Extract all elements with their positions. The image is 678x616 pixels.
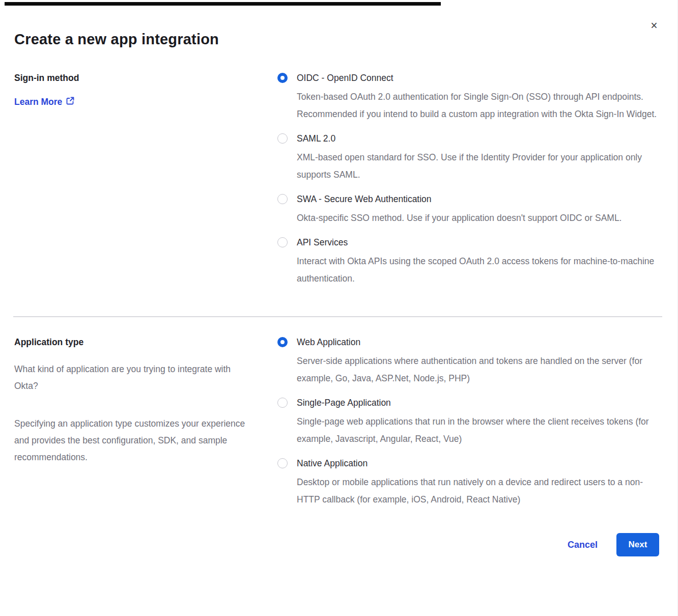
next-button[interactable]: Next <box>616 533 659 556</box>
external-link-icon <box>66 97 74 107</box>
application-type-note: Specifying an application type customize… <box>14 415 255 466</box>
radio-option-label: Single-Page Application <box>297 397 659 409</box>
radio-option[interactable]: Native Application Desktop or mobile app… <box>277 457 659 508</box>
application-type-left-column: Application type What kind of applicatio… <box>14 336 277 508</box>
sign-in-method-section: Sign-in method Learn More OIDC - OpenID … <box>0 72 677 287</box>
close-button[interactable]: × <box>647 18 661 33</box>
radio-icon[interactable] <box>277 133 288 144</box>
radio-option-description: Single-page web applications that run in… <box>297 413 659 447</box>
radio-icon[interactable] <box>277 337 288 347</box>
radio-option-description: Server-side applications where authentic… <box>297 352 659 387</box>
dialog-footer: Cancel Next <box>0 533 677 556</box>
radio-icon[interactable] <box>277 458 288 468</box>
radio-icon[interactable] <box>277 237 288 247</box>
radio-option-label: API Services <box>297 236 659 248</box>
application-type-section: Application type What kind of applicatio… <box>0 336 677 508</box>
radio-option-description: Interact with Okta APIs using the scoped… <box>297 253 659 287</box>
radio-option-description: Desktop or mobile applications that run … <box>297 473 659 508</box>
application-type-question: What kind of application are you trying … <box>14 361 255 395</box>
radio-option[interactable]: SAML 2.0 XML-based open standard for SSO… <box>277 132 659 183</box>
radio-option[interactable]: Single-Page Application Single-page web … <box>277 397 659 447</box>
radio-icon[interactable] <box>277 73 288 83</box>
radio-option-description: Token-based OAuth 2.0 authentication for… <box>297 88 659 123</box>
radio-option[interactable]: SWA - Secure Web Authentication Okta-spe… <box>277 193 659 227</box>
radio-option-label: OIDC - OpenID Connect <box>297 72 659 84</box>
create-app-integration-dialog: × Create a new app integration Sign-in m… <box>0 0 678 616</box>
radio-option-label: SAML 2.0 <box>297 132 659 145</box>
radio-option-description: XML-based open standard for SSO. Use if … <box>297 149 659 183</box>
cancel-button[interactable]: Cancel <box>568 540 598 550</box>
radio-option-label: SWA - Secure Web Authentication <box>297 193 622 205</box>
learn-more-link[interactable]: Learn More <box>14 97 74 107</box>
sign-in-method-left-column: Sign-in method Learn More <box>14 72 277 287</box>
learn-more-label: Learn More <box>14 97 62 107</box>
application-type-options: Web Application Server-side applications… <box>277 336 659 508</box>
radio-option[interactable]: Web Application Server-side applications… <box>277 336 659 387</box>
section-divider <box>13 316 662 317</box>
radio-icon[interactable] <box>277 398 288 408</box>
top-artifact-bar <box>5 2 441 6</box>
dialog-title: Create a new app integration <box>0 0 677 49</box>
radio-icon[interactable] <box>277 194 288 204</box>
radio-option-label: Native Application <box>297 457 659 469</box>
application-type-heading: Application type <box>14 336 257 348</box>
radio-option[interactable]: API Services Interact with Okta APIs usi… <box>277 236 659 287</box>
radio-option-label: Web Application <box>297 336 659 348</box>
sign-in-method-options: OIDC - OpenID Connect Token-based OAuth … <box>277 72 659 287</box>
radio-option[interactable]: OIDC - OpenID Connect Token-based OAuth … <box>277 72 659 123</box>
radio-option-description: Okta-specific SSO method. Use if your ap… <box>297 209 622 227</box>
close-icon: × <box>651 19 657 32</box>
sign-in-method-heading: Sign-in method <box>14 72 257 84</box>
